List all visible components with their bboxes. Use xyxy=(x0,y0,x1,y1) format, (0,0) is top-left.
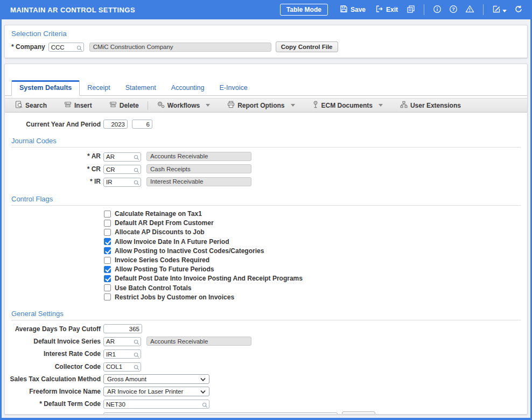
collector-code-label: Collector Code xyxy=(5,363,101,370)
help-button[interactable]: ? xyxy=(448,4,459,16)
tab-accounting[interactable]: Accounting xyxy=(164,81,212,95)
cr-code-input[interactable] xyxy=(103,165,141,174)
current-year-period-label: Current Year And Period xyxy=(5,121,101,128)
current-period-input[interactable] xyxy=(132,120,152,129)
interest-rate-code-input[interactable] xyxy=(103,349,141,359)
copy-pages-button[interactable] xyxy=(405,4,416,16)
tab-statement[interactable]: Statement xyxy=(118,81,164,95)
default-invoice-series-row: Default Invoice Series Accounts Receivab… xyxy=(5,336,527,346)
tab-e-invoice[interactable]: E-Invoice xyxy=(212,81,255,95)
table-mode-button[interactable]: Table Mode xyxy=(280,4,328,16)
workflows-button[interactable]: Workflows xyxy=(152,99,215,111)
allow-posting-future-checkbox[interactable] xyxy=(104,266,111,273)
average-days-input[interactable] xyxy=(103,324,142,333)
save-button[interactable]: Save xyxy=(338,4,368,16)
title-bar: MAINTAIN AR CONTROL SETTINGS Table Mode … xyxy=(2,0,530,19)
flag-row: Use Batch Control Totals xyxy=(104,283,527,292)
allow-posting-inactive-checkbox[interactable] xyxy=(104,247,111,254)
allow-invoice-future-date-checkbox[interactable] xyxy=(104,238,111,245)
chevron-down-icon xyxy=(200,376,206,382)
default-term-code-row: * Default Term Code xyxy=(5,399,527,409)
default-invoice-series-input[interactable] xyxy=(103,337,141,346)
default-term-code-input[interactable] xyxy=(103,400,209,409)
ar-journal-row: * AR Accounts Receivable xyxy=(5,151,527,162)
selection-criteria-heading: Selection Criteria xyxy=(11,30,521,38)
company-row: * Company CMiC Construction Company Copy… xyxy=(11,41,521,52)
ar-code-lookup xyxy=(103,151,141,162)
company-label: * Company xyxy=(11,43,45,51)
cr-code-lookup xyxy=(103,164,141,174)
save-icon xyxy=(340,5,348,15)
user-extensions-button[interactable]: User Extensions xyxy=(395,99,466,111)
help-icon: ? xyxy=(449,5,458,15)
flag-row: Allow Invoice Date In A Future Period xyxy=(104,237,527,246)
default-term-code-label: * Default Term Code xyxy=(5,400,101,408)
ir-label: * IR xyxy=(5,178,101,185)
freeform-invoice-select[interactable]: AR Invoice for Laser Printer xyxy=(103,387,209,396)
delete-button[interactable]: Delete xyxy=(104,99,144,111)
info-button[interactable] xyxy=(432,4,443,16)
ir-description-field: Interest Receivable xyxy=(146,177,251,186)
org-chart-icon xyxy=(400,101,408,110)
company-logo-input[interactable] xyxy=(103,412,338,415)
control-flags-heading: Control Flags xyxy=(11,195,521,206)
tab-system-defaults[interactable]: System Defaults xyxy=(11,80,80,96)
info-icon xyxy=(433,5,442,15)
calculate-retainage-checkbox[interactable] xyxy=(104,211,111,218)
current-year-input[interactable] xyxy=(103,120,128,129)
company-name-field: CMiC Construction Company xyxy=(89,43,271,52)
insert-row-icon xyxy=(64,101,72,110)
pin-icon xyxy=(312,101,319,110)
default-ar-dept-checkbox[interactable] xyxy=(104,220,111,227)
interest-rate-code-label: Interest Rate Code xyxy=(5,350,101,358)
selection-criteria-panel: Selection Criteria * Company CMiC Constr… xyxy=(4,25,528,58)
search-button[interactable]: Search xyxy=(10,99,52,111)
default-term-code-lookup xyxy=(103,399,209,409)
collector-code-input[interactable] xyxy=(103,362,141,372)
main-panel: System Defaults Receipt Statement Accoun… xyxy=(4,64,528,415)
toolbar-separator xyxy=(148,101,148,110)
ar-label: * AR xyxy=(5,152,101,160)
sales-tax-method-select[interactable]: Gross Amount xyxy=(103,374,209,384)
freeform-invoice-row: Freeform Invoice Name AR Invoice for Las… xyxy=(5,387,527,396)
company-logo-row: Company Logo File Name Browse xyxy=(5,411,527,415)
allocate-ap-discounts-checkbox[interactable] xyxy=(104,229,111,236)
ir-journal-row: * IR Interest Receivable xyxy=(5,177,527,187)
warning-button[interactable] xyxy=(464,4,475,16)
tab-receipt[interactable]: Receipt xyxy=(80,81,117,95)
default-invoice-series-description: Accounts Receivable xyxy=(146,337,251,346)
invoice-series-required-checkbox[interactable] xyxy=(104,257,111,264)
browse-button[interactable]: Browse xyxy=(342,411,375,415)
default-post-date-checkbox[interactable] xyxy=(104,275,111,282)
collector-code-row: Collector Code xyxy=(5,361,527,372)
collector-code-lookup xyxy=(103,361,141,372)
chevron-down-icon xyxy=(291,104,295,107)
app-window: MAINTAIN AR CONTROL SETTINGS Table Mode … xyxy=(0,0,532,420)
chevron-down-icon xyxy=(502,6,507,14)
titlebar-divider xyxy=(424,4,424,15)
exit-button[interactable]: Exit xyxy=(373,4,400,16)
chevron-down-icon xyxy=(379,104,383,107)
company-logo-label: Company Logo File Name xyxy=(5,413,101,415)
ar-code-input[interactable] xyxy=(103,152,141,162)
cr-description-field: Cash Receipts xyxy=(146,164,251,173)
company-code-input[interactable] xyxy=(48,43,84,52)
default-invoice-series-lookup xyxy=(103,336,141,346)
refresh-button[interactable] xyxy=(513,4,524,16)
restrict-jobs-checkbox[interactable] xyxy=(104,293,111,300)
flag-row: Restrict Jobs by Customer on Invoices xyxy=(104,292,527,302)
copy-control-file-button[interactable]: Copy Control File xyxy=(276,41,338,52)
report-options-button[interactable]: Report Options xyxy=(222,99,299,111)
svg-text:?: ? xyxy=(452,6,455,12)
ir-code-input[interactable] xyxy=(103,178,141,187)
use-batch-control-totals-checkbox[interactable] xyxy=(104,284,111,291)
record-toolbar: Search Insert Delete Workflows xyxy=(5,98,527,113)
flag-row: Default AR Dept From Customer xyxy=(104,219,527,228)
ecm-documents-button[interactable]: ECM Documents xyxy=(307,99,388,111)
edit-menu-button[interactable] xyxy=(491,4,508,16)
insert-button[interactable]: Insert xyxy=(59,99,97,111)
default-invoice-series-label: Default Invoice Series xyxy=(5,338,101,345)
exit-icon xyxy=(375,5,383,15)
warning-icon xyxy=(465,5,474,15)
form-content: Current Year And Period Journal Codes * … xyxy=(5,113,527,415)
